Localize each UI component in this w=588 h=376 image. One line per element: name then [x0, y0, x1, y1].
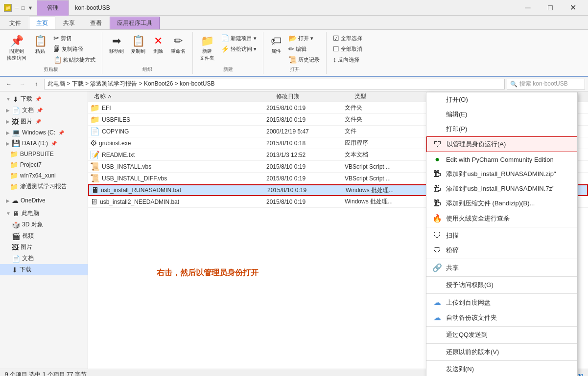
copy-button[interactable]: 🗐 复制路径 — [51, 44, 98, 54]
vbs1-icon: 📜 — [90, 162, 100, 171]
sidebar-item-windowsc[interactable]: ▶ 💻 Windows (C: 📌 — [0, 127, 88, 138]
delete-button[interactable]: ✕ 删除 — [149, 33, 167, 57]
ctx-sendto[interactable]: 发送到(N) — [426, 362, 577, 376]
ctx-virus-scan[interactable]: 🛡 扫描 — [426, 228, 577, 243]
ctx-share[interactable]: 🔗 共享 — [426, 260, 577, 275]
status-left: 9 个项目 选中 1 个项目 77 字节 — [5, 371, 87, 376]
ctx-qq-send[interactable]: 通过QQ发送到 — [426, 328, 577, 342]
invert-select-button[interactable]: ↕ 反向选择 — [330, 54, 365, 65]
new-folder-button[interactable]: 📁 新建文件夹 — [197, 33, 217, 64]
sidebar-item-onedrive[interactable]: ▶ ☁ OneDrive — [0, 195, 88, 206]
docs2-icon: 📄 — [12, 255, 20, 263]
ctx-scan[interactable]: 🔥 使用火绒安全进行查杀 — [426, 211, 577, 226]
cut-button[interactable]: ✂ 剪切 — [51, 33, 98, 44]
minimize-button[interactable]: ─ — [517, 0, 539, 16]
ctx-baidu-upload[interactable]: ☁ 上传到百度网盘 — [426, 295, 577, 310]
ctx-auto-backup[interactable]: ☁ 自动备份该文件夹 — [426, 310, 577, 325]
sidebar-item-pictures[interactable]: ▶ 🖼 图片 📌 — [0, 116, 88, 127]
up-button[interactable]: ↑ — [30, 78, 42, 90]
new-content: 📁 新建文件夹 📄 新建项目 ▾ ⚡ 轻松访问 ▾ — [197, 33, 259, 65]
maximize-small[interactable]: □ — [22, 5, 25, 11]
ctx-compress-icon: 🗜 — [432, 199, 442, 208]
sidebar-item-downloads[interactable]: ▼ ⬇ 下载 📌 — [0, 93, 88, 105]
sidebar-item-project7[interactable]: 📁 Project7 — [0, 159, 88, 170]
forward-button[interactable]: → — [17, 78, 28, 90]
sidebar-item-thispc[interactable]: ▼ 🖥 此电脑 — [0, 208, 88, 219]
organize-label: 组织 — [142, 66, 152, 73]
sidebar-item-documents[interactable]: ▶ 📄 文档 📌 — [0, 105, 88, 116]
restore-small[interactable]: ▼ — [27, 5, 33, 11]
properties-button[interactable]: 🏷 属性 — [267, 33, 285, 57]
maximize-button[interactable]: □ — [539, 0, 562, 16]
history-button[interactable]: 📜 历史记录 — [286, 54, 322, 65]
select-btns: ☑ 全部选择 ☐ 全部取消 ↕ 反向选择 — [330, 33, 365, 65]
clipboard-label: 剪贴板 — [44, 66, 58, 73]
folder-icon: 📁 — [10, 161, 18, 169]
easy-access-button[interactable]: ⚡ 轻松访问 ▾ — [218, 44, 259, 54]
datad-icon: 💾 — [12, 139, 20, 147]
ctx-runas[interactable]: 🛡 以管理员身份运行(A) — [426, 136, 577, 152]
sidebar-item-win7[interactable]: 📁 win7x64_xuni — [0, 170, 88, 181]
pin-to-quickaccess-button[interactable]: 📌 固定到快速访问 — [4, 33, 29, 64]
edit-button[interactable]: ✏ 编辑 — [286, 44, 322, 54]
ctx-edit[interactable]: 编辑(E) — [426, 107, 577, 122]
edit-icon: ✏ — [288, 45, 294, 53]
ctx-divider3 — [426, 276, 577, 277]
rename-button[interactable]: ✏ 重命名 — [168, 33, 188, 57]
sidebar-item-docs2[interactable]: 📄 文档 — [0, 253, 88, 264]
clipboard-icon: 📋 — [53, 56, 62, 64]
ctx-addzip[interactable]: 🗜 添加到"usb_install_RUNASADMIN.zip" — [426, 167, 577, 181]
ctx-pycharm[interactable]: ● Edit with PyCharm Community Edition — [426, 152, 577, 167]
manage-tab[interactable]: 管理 — [37, 0, 69, 16]
ribbon-group-select: ☑ 全部选择 ☐ 全部取消 ↕ 反向选择 — [327, 32, 369, 74]
rename-icon: ✏ — [174, 35, 183, 47]
close-button[interactable]: ✕ — [562, 0, 584, 16]
paste-shortcut-button[interactable]: 📋 粘贴快捷方式 — [51, 54, 98, 65]
sidebar-item-datad[interactable]: ▶ 💾 DATA (D:) 📌 — [0, 138, 88, 149]
ctx-grant-access[interactable]: 授予访问权限(G) — [426, 278, 577, 292]
copy-to-button[interactable]: 📋 复制到 — [128, 33, 148, 57]
address-path[interactable]: 此电脑 > 下载 > 渗透测试学习报告 > KonBoot26 > kon-bo… — [44, 79, 505, 89]
tab-share[interactable]: 共享 — [56, 17, 82, 29]
clipboard-small-btns: ✂ 剪切 🗐 复制路径 📋 粘贴快捷方式 — [51, 33, 98, 65]
sidebar-item-video[interactable]: 🎬 视频 — [0, 230, 88, 242]
search-box[interactable]: 🔍 搜索 kon-bootUSB — [507, 79, 585, 89]
ctx-runas-icon: 🛡 — [433, 140, 443, 149]
paste-button[interactable]: 📋 粘贴 — [30, 33, 50, 57]
new-item-button[interactable]: 📄 新建项目 ▾ — [218, 33, 259, 44]
scissors-icon: ✂ — [53, 34, 59, 42]
ctx-restore-version[interactable]: 还原以前的版本(V) — [426, 345, 577, 359]
tab-apptools[interactable]: 应用程序工具 — [110, 17, 160, 29]
ribbon-group-organize: ➡ 移动到 📋 复制到 ✕ 删除 ✏ 重命名 组织 — [102, 32, 193, 74]
sidebar-item-3d[interactable]: 🎲 3D 对象 — [0, 219, 88, 230]
ctx-divider5 — [426, 326, 577, 327]
col-date[interactable]: 修改日期 — [276, 92, 354, 101]
ctx-open[interactable]: 打开(O) — [426, 92, 577, 107]
tab-file[interactable]: 文件 — [2, 17, 28, 29]
move-to-button[interactable]: ➡ 移动到 — [106, 33, 127, 57]
tab-view[interactable]: 查看 — [83, 17, 109, 29]
ctx-print[interactable]: 打印(P) — [426, 122, 577, 136]
pictures-icon: 🖼 — [12, 118, 19, 126]
address-bar: ← → ↑ 此电脑 > 下载 > 渗透测试学习报告 > KonBoot26 > … — [0, 77, 588, 91]
select-all-button[interactable]: ☑ 全部选择 — [330, 33, 365, 44]
minimize-small[interactable]: ─ — [15, 5, 19, 11]
move-icon: ➡ — [112, 35, 121, 47]
folder-icon: 📁 — [10, 172, 18, 179]
sidebar-item-pentest[interactable]: 📁 渗透测试学习报告 — [0, 181, 88, 192]
sidebar-item-pictures2[interactable]: 🖼 图片 — [0, 242, 88, 253]
doc-icon: 📄 — [12, 107, 20, 114]
tab-home[interactable]: 主页 — [29, 17, 55, 29]
col-name[interactable]: 名称 ∧ — [90, 92, 276, 101]
deselect-all-button[interactable]: ☐ 全部取消 — [330, 44, 365, 54]
ctx-add7z[interactable]: 🗜 添加到"usb_install_RUNASADMIN.7z" — [426, 181, 577, 196]
sidebar-item-burpsuite[interactable]: 📁 BURPSUITE — [0, 149, 88, 159]
vbs2-icon: 📜 — [90, 174, 100, 183]
ctx-shred[interactable]: 🛡 粉碎 — [426, 243, 577, 258]
back-button[interactable]: ← — [3, 78, 15, 90]
ctx-compress[interactable]: 🗜 添加到压缩文件 (Bandizip)(B)... — [426, 196, 577, 211]
pictures2-icon: 🖼 — [12, 243, 19, 251]
sidebar-item-downloads2[interactable]: ⬇ 下载 — [0, 264, 88, 275]
open-button[interactable]: 📂 打开 ▾ — [286, 33, 322, 44]
ctx-baidu-icon: ☁ — [432, 298, 442, 307]
